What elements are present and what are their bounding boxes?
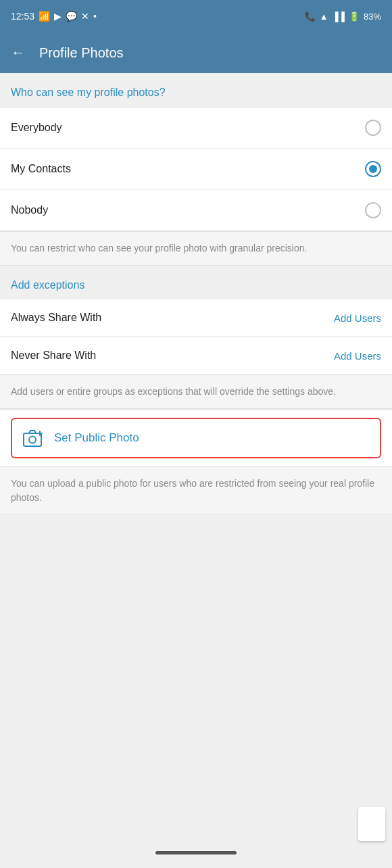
- dot-icon: •: [93, 11, 97, 22]
- visibility-info: You can restrict who can see your profil…: [0, 231, 392, 266]
- radio-my-contacts-label: My Contacts: [11, 163, 71, 175]
- battery-icon: 🔋: [349, 11, 360, 22]
- radio-nobody-circle[interactable]: [365, 202, 381, 218]
- never-share-label: Never Share With: [11, 349, 96, 362]
- set-public-photo-label: Set Public Photo: [54, 431, 139, 445]
- radio-everybody-circle[interactable]: [365, 120, 381, 136]
- home-indicator: [155, 851, 237, 854]
- exceptions-info: Add users or entire groups as exceptions…: [0, 375, 392, 409]
- page-title: Profile Photos: [39, 45, 124, 61]
- never-share-item: Never Share With Add Users: [0, 337, 392, 375]
- back-button[interactable]: ←: [11, 44, 26, 62]
- wifi-icon: ▲: [320, 11, 328, 22]
- radio-nobody[interactable]: Nobody: [0, 190, 392, 231]
- visibility-section-title: Who can see my profile photos?: [0, 73, 392, 107]
- battery-percent: 83%: [364, 11, 381, 22]
- youtube-icon: ▶: [54, 11, 62, 22]
- status-time: 12:53: [11, 11, 34, 22]
- always-share-label: Always Share With: [11, 312, 101, 324]
- content: Who can see my profile photos? Everybody…: [0, 73, 392, 515]
- scroll-button[interactable]: [358, 807, 385, 841]
- radio-everybody-label: Everybody: [11, 122, 62, 134]
- never-share-add-users-button[interactable]: Add Users: [334, 350, 381, 362]
- radio-my-contacts-circle[interactable]: [365, 161, 381, 177]
- always-share-add-users-button[interactable]: Add Users: [334, 312, 381, 324]
- always-share-item: Always Share With Add Users: [0, 299, 392, 337]
- visibility-options: Everybody My Contacts Nobody: [0, 107, 392, 231]
- exceptions-section-title: Add exceptions: [0, 266, 392, 299]
- whatsapp-icon: 💬: [66, 11, 77, 22]
- x-icon: ✕: [81, 11, 89, 22]
- set-public-photo-button[interactable]: Set Public Photo: [11, 418, 381, 458]
- camera-add-icon: [23, 429, 45, 448]
- radio-nobody-label: Nobody: [11, 204, 48, 216]
- radio-everybody[interactable]: Everybody: [0, 107, 392, 149]
- status-left: 12:53 📶 ▶ 💬 ✕ •: [11, 11, 97, 22]
- set-public-photo-wrapper: Set Public Photo: [0, 409, 392, 467]
- svg-point-1: [29, 437, 36, 443]
- phone-icon: 📞: [305, 11, 316, 22]
- svg-rect-0: [24, 433, 41, 446]
- status-bar: 12:53 📶 ▶ 💬 ✕ • 📞 ▲ ▐▐ 🔋 83%: [0, 0, 392, 32]
- status-right: 📞 ▲ ▐▐ 🔋 83%: [305, 11, 381, 22]
- signal-bars-icon: ▐▐: [333, 11, 345, 22]
- header: ← Profile Photos: [0, 32, 392, 73]
- signal-icon: 📶: [39, 11, 50, 22]
- public-photo-desc: You can upload a public photo for users …: [0, 467, 392, 515]
- radio-my-contacts[interactable]: My Contacts: [0, 149, 392, 190]
